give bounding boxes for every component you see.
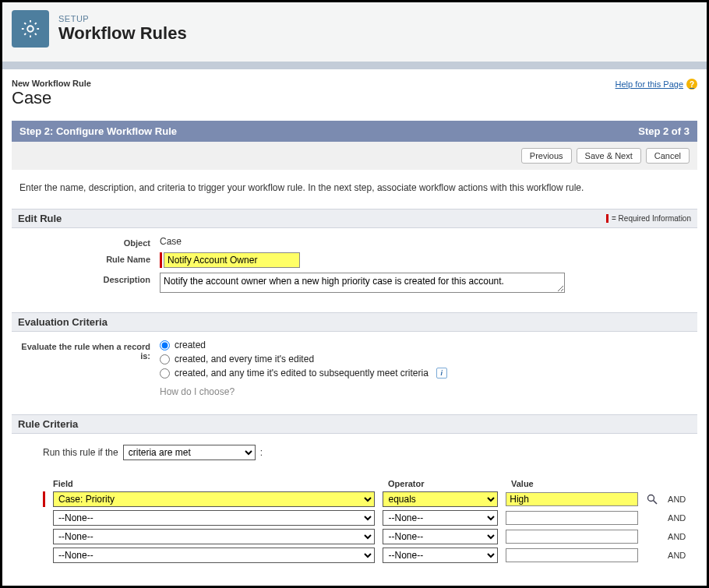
breadcrumb-small: New Workflow Rule: [12, 79, 91, 88]
eval-label: Evaluate the rule when a record is:: [19, 340, 160, 361]
page-title: Workflow Rules: [58, 23, 187, 44]
radio-created[interactable]: [160, 340, 170, 350]
criteria-row: --None----None--AND: [43, 548, 690, 563]
required-stripe: [160, 252, 162, 268]
edit-rule-head: Edit Rule = Required Information: [12, 209, 697, 228]
criteria-table: Field Operator Value Case: Priorityequal…: [43, 479, 690, 563]
and-label: AND: [668, 551, 690, 560]
col-field: Field: [53, 479, 380, 488]
gear-icon: [12, 10, 49, 48]
eval-option-edited[interactable]: created, and every time it's edited: [160, 354, 690, 364]
svg-line-2: [654, 501, 658, 505]
criteria-value-input[interactable]: [506, 548, 638, 562]
rule-name-input[interactable]: [164, 252, 300, 268]
step-count: Step 2 of 3: [638, 125, 690, 137]
object-label: Object: [19, 236, 160, 248]
eval-option-subseq[interactable]: created, and any time it's edited to sub…: [160, 368, 690, 379]
eval-criteria-title: Evaluation Criteria: [18, 316, 108, 328]
radio-edited[interactable]: [160, 354, 170, 364]
rule-criteria-title: Rule Criteria: [18, 418, 78, 430]
run-select[interactable]: criteria are met: [123, 445, 256, 460]
criteria-field-select[interactable]: --None--: [53, 510, 375, 526]
col-value: Value: [511, 479, 644, 488]
criteria-value-input[interactable]: [506, 492, 638, 506]
instructions: Enter the name, description, and criteri…: [12, 170, 697, 209]
save-next-button[interactable]: Save & Next: [577, 148, 641, 164]
and-label: AND: [668, 495, 690, 504]
rule-criteria-head: Rule Criteria: [12, 414, 697, 434]
criteria-field-select[interactable]: --None--: [53, 548, 375, 563]
criteria-field-select[interactable]: --None--: [53, 529, 375, 544]
criteria-field-select[interactable]: Case: Priority: [53, 491, 375, 507]
criteria-operator-select[interactable]: --None--: [383, 529, 498, 544]
criteria-operator-select[interactable]: equals: [383, 491, 498, 507]
required-info: = Required Information: [606, 214, 691, 224]
breadcrumb-object: Case: [12, 88, 91, 108]
description-input[interactable]: Notify the account owner when a new high…: [160, 273, 565, 293]
eval-option-created[interactable]: created: [160, 340, 690, 350]
svg-point-0: [27, 26, 33, 31]
info-icon[interactable]: i: [436, 368, 447, 379]
help-icon: ?: [686, 79, 697, 90]
help-link-text: Help for this Page: [616, 79, 683, 89]
button-row: Previous Save & Next Cancel: [12, 142, 697, 170]
header-section: SETUP Workflow Rules: [2, 2, 707, 69]
lookup-icon[interactable]: [646, 493, 660, 505]
and-label: AND: [668, 513, 690, 523]
header-titles: SETUP Workflow Rules: [58, 14, 187, 44]
criteria-row: Case: PriorityequalsAND: [43, 491, 690, 507]
criteria-value-input[interactable]: [506, 511, 638, 525]
svg-point-1: [648, 495, 654, 502]
description-label: Description: [19, 273, 160, 284]
and-label: AND: [668, 532, 690, 541]
setup-label: SETUP: [58, 14, 187, 23]
breadcrumb: New Workflow Rule Case: [12, 79, 91, 108]
how-choose-link[interactable]: How do I choose?: [160, 386, 690, 397]
criteria-row: --None----None--AND: [43, 510, 690, 526]
help-link[interactable]: Help for this Page ?: [616, 79, 697, 90]
cancel-button[interactable]: Cancel: [646, 148, 690, 164]
edit-rule-title: Edit Rule: [18, 213, 62, 224]
criteria-operator-select[interactable]: --None--: [383, 510, 498, 526]
step-title: Step 2: Configure Workflow Rule: [19, 125, 177, 137]
previous-button[interactable]: Previous: [521, 148, 572, 164]
eval-criteria-head: Evaluation Criteria: [12, 312, 697, 332]
criteria-operator-select[interactable]: --None--: [383, 548, 498, 563]
rule-name-label: Rule Name: [19, 252, 160, 264]
step-bar: Step 2: Configure Workflow Rule Step 2 o…: [12, 121, 697, 142]
criteria-value-input[interactable]: [506, 530, 638, 544]
criteria-row: --None----None--AND: [43, 529, 690, 544]
run-label: Run this rule if the: [43, 447, 118, 458]
radio-subseq[interactable]: [160, 368, 170, 379]
col-operator: Operator: [388, 479, 503, 488]
object-value: Case: [160, 236, 690, 247]
